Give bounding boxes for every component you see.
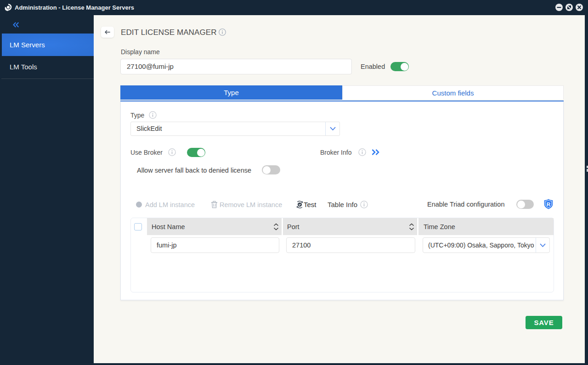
svg-text:R: R bbox=[547, 202, 551, 207]
